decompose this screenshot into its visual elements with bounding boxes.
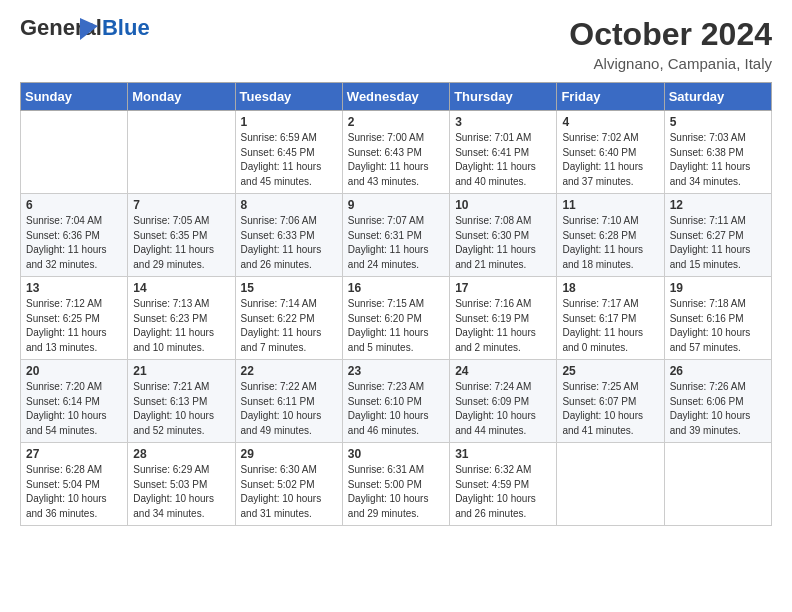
day-number: 28 xyxy=(133,447,229,461)
day-number: 20 xyxy=(26,364,122,378)
day-info: Sunrise: 7:13 AMSunset: 6:23 PMDaylight:… xyxy=(133,297,229,355)
day-info: Sunrise: 6:29 AMSunset: 5:03 PMDaylight:… xyxy=(133,463,229,521)
day-number: 1 xyxy=(241,115,337,129)
calendar-cell: 30Sunrise: 6:31 AMSunset: 5:00 PMDayligh… xyxy=(342,443,449,526)
col-monday: Monday xyxy=(128,83,235,111)
day-number: 17 xyxy=(455,281,551,295)
day-info: Sunrise: 7:16 AMSunset: 6:19 PMDaylight:… xyxy=(455,297,551,355)
logo-icon xyxy=(80,18,98,40)
day-info: Sunrise: 6:31 AMSunset: 5:00 PMDaylight:… xyxy=(348,463,444,521)
calendar-cell xyxy=(664,443,771,526)
day-info: Sunrise: 7:18 AMSunset: 6:16 PMDaylight:… xyxy=(670,297,766,355)
day-number: 30 xyxy=(348,447,444,461)
day-info: Sunrise: 7:00 AMSunset: 6:43 PMDaylight:… xyxy=(348,131,444,189)
calendar-cell: 3Sunrise: 7:01 AMSunset: 6:41 PMDaylight… xyxy=(450,111,557,194)
calendar-cell: 14Sunrise: 7:13 AMSunset: 6:23 PMDayligh… xyxy=(128,277,235,360)
col-sunday: Sunday xyxy=(21,83,128,111)
day-number: 4 xyxy=(562,115,658,129)
month-title: October 2024 xyxy=(569,16,772,53)
calendar-cell: 4Sunrise: 7:02 AMSunset: 6:40 PMDaylight… xyxy=(557,111,664,194)
calendar-cell: 29Sunrise: 6:30 AMSunset: 5:02 PMDayligh… xyxy=(235,443,342,526)
day-info: Sunrise: 7:22 AMSunset: 6:11 PMDaylight:… xyxy=(241,380,337,438)
day-info: Sunrise: 6:59 AMSunset: 6:45 PMDaylight:… xyxy=(241,131,337,189)
calendar-cell xyxy=(128,111,235,194)
day-info: Sunrise: 7:12 AMSunset: 6:25 PMDaylight:… xyxy=(26,297,122,355)
day-number: 19 xyxy=(670,281,766,295)
logo-blue: Blue xyxy=(102,15,150,40)
day-info: Sunrise: 7:15 AMSunset: 6:20 PMDaylight:… xyxy=(348,297,444,355)
calendar-week-4: 20Sunrise: 7:20 AMSunset: 6:14 PMDayligh… xyxy=(21,360,772,443)
day-number: 7 xyxy=(133,198,229,212)
header-row: Sunday Monday Tuesday Wednesday Thursday… xyxy=(21,83,772,111)
day-number: 2 xyxy=(348,115,444,129)
calendar-cell: 10Sunrise: 7:08 AMSunset: 6:30 PMDayligh… xyxy=(450,194,557,277)
svg-marker-0 xyxy=(80,18,98,40)
day-info: Sunrise: 7:03 AMSunset: 6:38 PMDaylight:… xyxy=(670,131,766,189)
day-number: 15 xyxy=(241,281,337,295)
col-friday: Friday xyxy=(557,83,664,111)
header: GeneralBlue October 2024 Alvignano, Camp… xyxy=(20,16,772,72)
day-info: Sunrise: 7:17 AMSunset: 6:17 PMDaylight:… xyxy=(562,297,658,355)
calendar-cell: 13Sunrise: 7:12 AMSunset: 6:25 PMDayligh… xyxy=(21,277,128,360)
day-number: 9 xyxy=(348,198,444,212)
page: GeneralBlue October 2024 Alvignano, Camp… xyxy=(0,0,792,546)
calendar-cell: 22Sunrise: 7:22 AMSunset: 6:11 PMDayligh… xyxy=(235,360,342,443)
calendar-week-1: 1Sunrise: 6:59 AMSunset: 6:45 PMDaylight… xyxy=(21,111,772,194)
calendar-cell: 21Sunrise: 7:21 AMSunset: 6:13 PMDayligh… xyxy=(128,360,235,443)
col-saturday: Saturday xyxy=(664,83,771,111)
day-number: 14 xyxy=(133,281,229,295)
calendar-cell xyxy=(21,111,128,194)
day-number: 6 xyxy=(26,198,122,212)
day-info: Sunrise: 7:07 AMSunset: 6:31 PMDaylight:… xyxy=(348,214,444,272)
day-info: Sunrise: 7:20 AMSunset: 6:14 PMDaylight:… xyxy=(26,380,122,438)
day-info: Sunrise: 7:24 AMSunset: 6:09 PMDaylight:… xyxy=(455,380,551,438)
calendar-cell xyxy=(557,443,664,526)
calendar-cell: 26Sunrise: 7:26 AMSunset: 6:06 PMDayligh… xyxy=(664,360,771,443)
calendar-cell: 19Sunrise: 7:18 AMSunset: 6:16 PMDayligh… xyxy=(664,277,771,360)
day-number: 18 xyxy=(562,281,658,295)
calendar-cell: 12Sunrise: 7:11 AMSunset: 6:27 PMDayligh… xyxy=(664,194,771,277)
calendar-cell: 2Sunrise: 7:00 AMSunset: 6:43 PMDaylight… xyxy=(342,111,449,194)
col-tuesday: Tuesday xyxy=(235,83,342,111)
day-info: Sunrise: 7:06 AMSunset: 6:33 PMDaylight:… xyxy=(241,214,337,272)
calendar-week-2: 6Sunrise: 7:04 AMSunset: 6:36 PMDaylight… xyxy=(21,194,772,277)
day-number: 22 xyxy=(241,364,337,378)
calendar-cell: 24Sunrise: 7:24 AMSunset: 6:09 PMDayligh… xyxy=(450,360,557,443)
day-number: 26 xyxy=(670,364,766,378)
day-info: Sunrise: 7:05 AMSunset: 6:35 PMDaylight:… xyxy=(133,214,229,272)
day-info: Sunrise: 7:11 AMSunset: 6:27 PMDaylight:… xyxy=(670,214,766,272)
calendar-cell: 11Sunrise: 7:10 AMSunset: 6:28 PMDayligh… xyxy=(557,194,664,277)
calendar-cell: 9Sunrise: 7:07 AMSunset: 6:31 PMDaylight… xyxy=(342,194,449,277)
day-info: Sunrise: 7:08 AMSunset: 6:30 PMDaylight:… xyxy=(455,214,551,272)
day-number: 31 xyxy=(455,447,551,461)
calendar-cell: 5Sunrise: 7:03 AMSunset: 6:38 PMDaylight… xyxy=(664,111,771,194)
calendar-cell: 20Sunrise: 7:20 AMSunset: 6:14 PMDayligh… xyxy=(21,360,128,443)
day-number: 24 xyxy=(455,364,551,378)
day-info: Sunrise: 7:14 AMSunset: 6:22 PMDaylight:… xyxy=(241,297,337,355)
calendar: Sunday Monday Tuesday Wednesday Thursday… xyxy=(20,82,772,526)
calendar-cell: 25Sunrise: 7:25 AMSunset: 6:07 PMDayligh… xyxy=(557,360,664,443)
col-wednesday: Wednesday xyxy=(342,83,449,111)
day-info: Sunrise: 6:30 AMSunset: 5:02 PMDaylight:… xyxy=(241,463,337,521)
col-thursday: Thursday xyxy=(450,83,557,111)
day-number: 21 xyxy=(133,364,229,378)
logo: GeneralBlue xyxy=(20,16,150,58)
calendar-cell: 28Sunrise: 6:29 AMSunset: 5:03 PMDayligh… xyxy=(128,443,235,526)
day-number: 5 xyxy=(670,115,766,129)
day-number: 29 xyxy=(241,447,337,461)
day-info: Sunrise: 7:10 AMSunset: 6:28 PMDaylight:… xyxy=(562,214,658,272)
day-number: 16 xyxy=(348,281,444,295)
day-info: Sunrise: 6:28 AMSunset: 5:04 PMDaylight:… xyxy=(26,463,122,521)
day-info: Sunrise: 7:21 AMSunset: 6:13 PMDaylight:… xyxy=(133,380,229,438)
day-number: 11 xyxy=(562,198,658,212)
calendar-cell: 27Sunrise: 6:28 AMSunset: 5:04 PMDayligh… xyxy=(21,443,128,526)
calendar-cell: 15Sunrise: 7:14 AMSunset: 6:22 PMDayligh… xyxy=(235,277,342,360)
calendar-cell: 16Sunrise: 7:15 AMSunset: 6:20 PMDayligh… xyxy=(342,277,449,360)
calendar-cell: 6Sunrise: 7:04 AMSunset: 6:36 PMDaylight… xyxy=(21,194,128,277)
calendar-week-5: 27Sunrise: 6:28 AMSunset: 5:04 PMDayligh… xyxy=(21,443,772,526)
calendar-cell: 23Sunrise: 7:23 AMSunset: 6:10 PMDayligh… xyxy=(342,360,449,443)
day-info: Sunrise: 7:25 AMSunset: 6:07 PMDaylight:… xyxy=(562,380,658,438)
calendar-cell: 7Sunrise: 7:05 AMSunset: 6:35 PMDaylight… xyxy=(128,194,235,277)
day-number: 23 xyxy=(348,364,444,378)
day-number: 10 xyxy=(455,198,551,212)
